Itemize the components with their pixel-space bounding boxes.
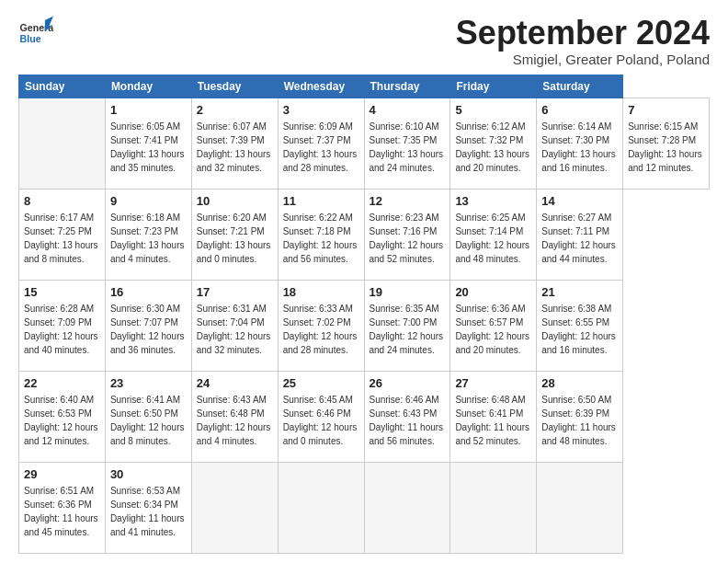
day-info: Sunrise: 6:30 AMSunset: 7:07 PMDaylight:… [110, 302, 187, 357]
day-number: 24 [197, 375, 273, 392]
table-row: 12Sunrise: 6:23 AMSunset: 7:16 PMDayligh… [364, 189, 450, 280]
day-number: 16 [110, 284, 187, 301]
day-info: Sunrise: 6:48 AMSunset: 6:41 PMDaylight:… [455, 393, 531, 448]
day-number: 25 [283, 375, 359, 392]
day-number: 6 [541, 102, 618, 119]
table-row: 14Sunrise: 6:27 AMSunset: 7:11 PMDayligh… [537, 189, 623, 280]
day-number: 20 [455, 284, 531, 301]
table-row: 29Sunrise: 6:51 AMSunset: 6:36 PMDayligh… [19, 462, 106, 553]
table-row: 26Sunrise: 6:46 AMSunset: 6:43 PMDayligh… [364, 371, 450, 462]
day-info: Sunrise: 6:22 AMSunset: 7:18 PMDaylight:… [283, 211, 359, 266]
table-row [19, 98, 106, 189]
day-info: Sunrise: 6:31 AMSunset: 7:04 PMDaylight:… [197, 302, 273, 357]
day-info: Sunrise: 6:12 AMSunset: 7:32 PMDaylight:… [455, 120, 531, 175]
day-number: 23 [110, 375, 187, 392]
day-info: Sunrise: 6:53 AMSunset: 6:34 PMDaylight:… [110, 484, 187, 539]
day-number: 12 [370, 193, 446, 210]
table-row: 27Sunrise: 6:48 AMSunset: 6:41 PMDayligh… [450, 371, 537, 462]
day-number: 26 [370, 375, 446, 392]
table-row [191, 462, 278, 553]
day-info: Sunrise: 6:38 AMSunset: 6:55 PMDaylight:… [541, 302, 618, 357]
logo-icon: General Blue [18, 15, 53, 50]
day-info: Sunrise: 6:45 AMSunset: 6:46 PMDaylight:… [283, 393, 359, 448]
day-info: Sunrise: 6:28 AMSunset: 7:09 PMDaylight:… [24, 302, 100, 357]
day-number: 1 [110, 102, 187, 119]
day-number: 18 [283, 284, 359, 301]
table-row: 25Sunrise: 6:45 AMSunset: 6:46 PMDayligh… [278, 371, 364, 462]
table-row: 20Sunrise: 6:36 AMSunset: 6:57 PMDayligh… [450, 280, 537, 371]
table-row [537, 462, 623, 553]
table-row: 2Sunrise: 6:07 AMSunset: 7:39 PMDaylight… [191, 98, 278, 189]
day-info: Sunrise: 6:14 AMSunset: 7:30 PMDaylight:… [541, 120, 618, 175]
day-number: 4 [370, 102, 446, 119]
table-row: 22Sunrise: 6:40 AMSunset: 6:53 PMDayligh… [19, 371, 106, 462]
day-number: 19 [370, 284, 446, 301]
day-info: Sunrise: 6:25 AMSunset: 7:14 PMDaylight:… [455, 211, 531, 266]
table-row: 23Sunrise: 6:41 AMSunset: 6:50 PMDayligh… [105, 371, 191, 462]
day-info: Sunrise: 6:51 AMSunset: 6:36 PMDaylight:… [24, 484, 100, 539]
header: General Blue September 2024 Smigiel, Gre… [18, 15, 710, 67]
table-row: 1Sunrise: 6:05 AMSunset: 7:41 PMDaylight… [105, 98, 191, 189]
day-number: 3 [283, 102, 359, 119]
logo: General Blue [18, 15, 53, 50]
day-number: 29 [24, 466, 100, 483]
table-row: 28Sunrise: 6:50 AMSunset: 6:39 PMDayligh… [537, 371, 623, 462]
month-title: September 2024 [456, 15, 710, 52]
table-row: 24Sunrise: 6:43 AMSunset: 6:48 PMDayligh… [191, 371, 278, 462]
svg-text:Blue: Blue [20, 33, 41, 44]
table-row: 8Sunrise: 6:17 AMSunset: 7:25 PMDaylight… [19, 189, 106, 280]
table-row [450, 462, 537, 553]
day-number: 13 [455, 193, 531, 210]
table-row: 17Sunrise: 6:31 AMSunset: 7:04 PMDayligh… [191, 280, 278, 371]
day-info: Sunrise: 6:15 AMSunset: 7:28 PMDaylight:… [628, 120, 704, 175]
table-row: 19Sunrise: 6:35 AMSunset: 7:00 PMDayligh… [364, 280, 450, 371]
day-number: 27 [455, 375, 531, 392]
day-number: 9 [110, 193, 187, 210]
header-tuesday: Tuesday [191, 75, 278, 98]
title-block: September 2024 Smigiel, Greater Poland, … [456, 15, 710, 67]
day-number: 21 [541, 284, 618, 301]
day-number: 30 [110, 466, 187, 483]
weekday-header-row: Sunday Monday Tuesday Wednesday Thursday… [19, 75, 710, 98]
day-number: 28 [541, 375, 618, 392]
page: General Blue September 2024 Smigiel, Gre… [0, 0, 728, 563]
day-number: 10 [197, 193, 273, 210]
table-row: 5Sunrise: 6:12 AMSunset: 7:32 PMDaylight… [450, 98, 537, 189]
day-info: Sunrise: 6:20 AMSunset: 7:21 PMDaylight:… [197, 211, 273, 266]
day-number: 14 [541, 193, 618, 210]
day-info: Sunrise: 6:35 AMSunset: 7:00 PMDaylight:… [370, 302, 446, 357]
day-number: 17 [197, 284, 273, 301]
day-info: Sunrise: 6:27 AMSunset: 7:11 PMDaylight:… [541, 211, 618, 266]
day-info: Sunrise: 6:18 AMSunset: 7:23 PMDaylight:… [110, 211, 187, 266]
table-row: 30Sunrise: 6:53 AMSunset: 6:34 PMDayligh… [105, 462, 191, 553]
day-info: Sunrise: 6:23 AMSunset: 7:16 PMDaylight:… [370, 211, 446, 266]
day-info: Sunrise: 6:17 AMSunset: 7:25 PMDaylight:… [24, 211, 100, 266]
day-info: Sunrise: 6:33 AMSunset: 7:02 PMDaylight:… [283, 302, 359, 357]
header-wednesday: Wednesday [278, 75, 364, 98]
calendar-table: Sunday Monday Tuesday Wednesday Thursday… [18, 75, 710, 554]
table-row: 7Sunrise: 6:15 AMSunset: 7:28 PMDaylight… [623, 98, 710, 189]
day-info: Sunrise: 6:50 AMSunset: 6:39 PMDaylight:… [541, 393, 618, 448]
day-info: Sunrise: 6:43 AMSunset: 6:48 PMDaylight:… [197, 393, 273, 448]
table-row: 15Sunrise: 6:28 AMSunset: 7:09 PMDayligh… [19, 280, 106, 371]
day-info: Sunrise: 6:07 AMSunset: 7:39 PMDaylight:… [197, 120, 273, 175]
table-row: 11Sunrise: 6:22 AMSunset: 7:18 PMDayligh… [278, 189, 364, 280]
day-number: 7 [628, 102, 704, 119]
table-row: 4Sunrise: 6:10 AMSunset: 7:35 PMDaylight… [364, 98, 450, 189]
table-row: 9Sunrise: 6:18 AMSunset: 7:23 PMDaylight… [105, 189, 191, 280]
day-info: Sunrise: 6:36 AMSunset: 6:57 PMDaylight:… [455, 302, 531, 357]
table-row [278, 462, 364, 553]
table-row: 21Sunrise: 6:38 AMSunset: 6:55 PMDayligh… [537, 280, 623, 371]
day-number: 5 [455, 102, 531, 119]
table-row [364, 462, 450, 553]
table-row: 18Sunrise: 6:33 AMSunset: 7:02 PMDayligh… [278, 280, 364, 371]
day-number: 22 [24, 375, 100, 392]
day-number: 8 [24, 193, 100, 210]
day-number: 2 [197, 102, 273, 119]
table-row: 13Sunrise: 6:25 AMSunset: 7:14 PMDayligh… [450, 189, 537, 280]
header-thursday: Thursday [364, 75, 450, 98]
table-row: 3Sunrise: 6:09 AMSunset: 7:37 PMDaylight… [278, 98, 364, 189]
day-info: Sunrise: 6:05 AMSunset: 7:41 PMDaylight:… [110, 120, 187, 175]
header-sunday: Sunday [19, 75, 106, 98]
header-monday: Monday [105, 75, 191, 98]
